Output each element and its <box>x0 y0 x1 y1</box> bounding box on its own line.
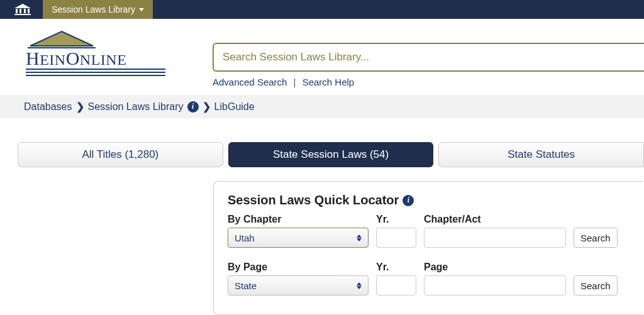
advanced-search-link[interactable]: Advanced Search <box>213 77 287 87</box>
year-label: Yr. <box>376 262 416 273</box>
tab-label: All Titles (1,280) <box>82 148 158 160</box>
svg-rect-1 <box>19 9 21 13</box>
page-label: Page <box>424 262 566 273</box>
brand-logo[interactable]: HEINONLINE <box>24 30 169 82</box>
breadcrumb-libguide: LibGuide <box>214 101 255 113</box>
library-dropdown[interactable]: Session Laws Library <box>43 0 153 19</box>
tab-label: State Session Laws (54) <box>273 148 389 160</box>
breadcrumb-library[interactable]: Session Laws Library <box>88 101 184 113</box>
year-label: Yr. <box>376 214 416 225</box>
search-help-link[interactable]: Search Help <box>303 77 355 87</box>
caret-down-icon <box>139 8 144 11</box>
separator: | <box>294 77 296 87</box>
by-chapter-row: By Chapter Utah Yr. Chapter/Act Search <box>228 214 629 248</box>
year-input-page[interactable] <box>376 275 416 296</box>
tab-state-session-laws[interactable]: State Session Laws (54) <box>228 142 434 167</box>
tab-all-titles[interactable]: All Titles (1,280) <box>18 142 223 167</box>
chevron-right-icon: ❯ <box>203 101 211 113</box>
by-page-row: By Page State Yr. Page Search <box>228 262 629 296</box>
topbar: Session Laws Library <box>0 0 644 19</box>
quick-locator-panel: Session Laws Quick Locator i By Chapter … <box>213 181 643 315</box>
search-links: Advanced Search | Search Help <box>213 77 644 87</box>
tab-label: State Statutes <box>508 148 575 160</box>
tab-state-statutes[interactable]: State Statutes <box>438 142 644 167</box>
breadcrumb-databases[interactable]: Databases <box>24 101 72 113</box>
state-select-chapter[interactable]: Utah <box>228 228 369 248</box>
by-page-label: By Page <box>228 262 369 273</box>
select-value: Utah <box>235 233 255 243</box>
year-input-chapter[interactable] <box>376 228 416 248</box>
svg-rect-2 <box>24 9 26 13</box>
library-dropdown-label: Session Laws Library <box>52 4 135 14</box>
search-column: Search Session Laws Library... Advanced … <box>213 30 644 87</box>
by-chapter-label: By Chapter <box>228 214 369 225</box>
svg-marker-5 <box>30 31 93 46</box>
svg-rect-3 <box>28 9 30 13</box>
select-value: State <box>235 280 257 291</box>
info-icon[interactable]: i <box>187 101 199 113</box>
topbar-home-icon[interactable] <box>0 0 43 19</box>
chevron-right-icon: ❯ <box>76 101 84 113</box>
search-placeholder: Search Session Laws Library... <box>223 51 369 64</box>
search-button-chapter[interactable]: Search <box>574 228 618 248</box>
chapter-act-input[interactable] <box>424 228 566 248</box>
panel-title-text: Session Laws Quick Locator <box>228 193 399 207</box>
svg-rect-0 <box>16 9 18 13</box>
select-arrows-icon <box>357 235 362 241</box>
breadcrumb: Databases ❯ Session Laws Library i ❯ Lib… <box>0 95 644 118</box>
svg-rect-4 <box>14 14 31 15</box>
panel-title: Session Laws Quick Locator i <box>228 193 629 207</box>
info-icon[interactable]: i <box>402 195 414 206</box>
select-arrows-icon <box>357 282 362 289</box>
chapter-act-label: Chapter/Act <box>424 214 566 225</box>
search-button-page[interactable]: Search <box>574 275 618 296</box>
page-input[interactable] <box>424 275 566 296</box>
svg-text:HEINONLINE: HEINONLINE <box>26 48 126 69</box>
search-input[interactable]: Search Session Laws Library... <box>213 43 644 72</box>
state-select-page[interactable]: State <box>228 275 369 296</box>
tabs: All Titles (1,280) State Session Laws (5… <box>0 118 644 167</box>
header: HEINONLINE Search Session Laws Library..… <box>0 19 644 95</box>
